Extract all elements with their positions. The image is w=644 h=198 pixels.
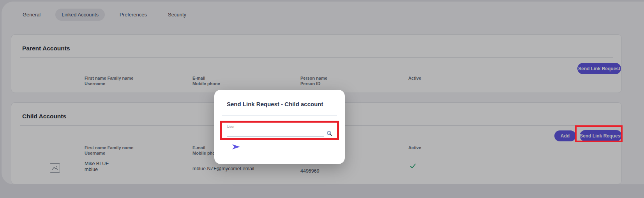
- dialog-title-divider: [222, 115, 337, 116]
- search-user-icon[interactable]: [326, 130, 332, 136]
- send-paper-plane-icon[interactable]: [232, 143, 240, 151]
- dialog-title: Send Link Request - Child account: [227, 101, 323, 107]
- user-field-label: User: [227, 124, 235, 128]
- user-field-annotation-box: User: [220, 121, 339, 140]
- user-input[interactable]: [227, 130, 324, 137]
- send-link-request-dialog: Send Link Request - Child account User: [214, 90, 345, 164]
